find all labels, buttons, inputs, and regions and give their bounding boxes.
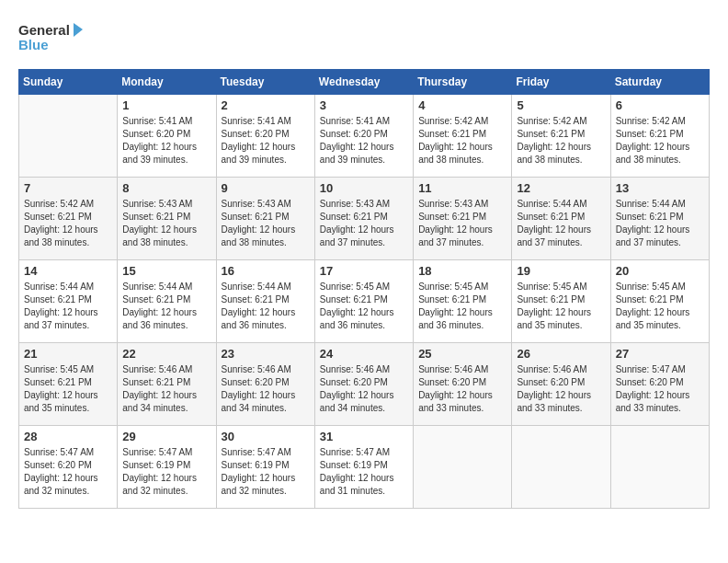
day-number: 8 xyxy=(122,181,210,195)
calendar-table: SundayMondayTuesdayWednesdayThursdayFrid… xyxy=(18,69,710,509)
day-info: Sunrise: 5:41 AMSunset: 6:20 PMDaylight:… xyxy=(222,115,310,167)
day-number: 5 xyxy=(517,98,605,112)
calendar-cell: 21Sunrise: 5:45 AMSunset: 6:21 PMDayligh… xyxy=(19,343,118,426)
calendar-week-row: 14Sunrise: 5:44 AMSunset: 6:21 PMDayligh… xyxy=(19,260,710,343)
day-info: Sunrise: 5:42 AMSunset: 6:21 PMDaylight:… xyxy=(517,115,605,167)
calendar-cell: 27Sunrise: 5:47 AMSunset: 6:20 PMDayligh… xyxy=(610,343,709,426)
svg-text:General: General xyxy=(18,22,70,38)
day-number: 13 xyxy=(616,181,704,195)
day-info: Sunrise: 5:46 AMSunset: 6:20 PMDaylight:… xyxy=(517,363,605,415)
day-info: Sunrise: 5:42 AMSunset: 6:21 PMDaylight:… xyxy=(616,115,704,167)
day-number: 3 xyxy=(320,98,408,112)
calendar-cell: 1Sunrise: 5:41 AMSunset: 6:20 PMDaylight… xyxy=(118,95,216,178)
calendar-cell: 11Sunrise: 5:43 AMSunset: 6:21 PMDayligh… xyxy=(414,178,512,260)
day-number: 18 xyxy=(418,264,506,278)
logo: General Blue xyxy=(18,18,83,60)
calendar-cell: 24Sunrise: 5:46 AMSunset: 6:20 PMDayligh… xyxy=(314,343,413,426)
calendar-cell: 31Sunrise: 5:47 AMSunset: 6:19 PMDayligh… xyxy=(314,426,413,509)
day-info: Sunrise: 5:47 AMSunset: 6:19 PMDaylight:… xyxy=(222,446,310,498)
day-number: 4 xyxy=(418,98,506,112)
day-header-monday: Monday xyxy=(118,70,216,95)
calendar-header-row: SundayMondayTuesdayWednesdayThursdayFrid… xyxy=(19,70,710,95)
day-info: Sunrise: 5:43 AMSunset: 6:21 PMDaylight:… xyxy=(418,198,506,249)
calendar-cell: 25Sunrise: 5:46 AMSunset: 6:20 PMDayligh… xyxy=(414,343,512,426)
day-number: 28 xyxy=(24,430,112,443)
day-info: Sunrise: 5:45 AMSunset: 6:21 PMDaylight:… xyxy=(320,281,408,332)
day-number: 30 xyxy=(222,430,310,443)
day-info: Sunrise: 5:45 AMSunset: 6:21 PMDaylight:… xyxy=(418,281,506,332)
day-info: Sunrise: 5:47 AMSunset: 6:19 PMDaylight:… xyxy=(320,446,408,498)
calendar-week-row: 7Sunrise: 5:42 AMSunset: 6:21 PMDaylight… xyxy=(19,178,710,260)
day-header-friday: Friday xyxy=(512,70,610,95)
calendar-week-row: 28Sunrise: 5:47 AMSunset: 6:20 PMDayligh… xyxy=(19,426,710,509)
day-header-wednesday: Wednesday xyxy=(314,70,413,95)
calendar-week-row: 21Sunrise: 5:45 AMSunset: 6:21 PMDayligh… xyxy=(19,343,710,426)
day-info: Sunrise: 5:41 AMSunset: 6:20 PMDaylight:… xyxy=(122,115,210,167)
day-info: Sunrise: 5:46 AMSunset: 6:21 PMDaylight:… xyxy=(122,363,210,415)
calendar-cell: 22Sunrise: 5:46 AMSunset: 6:21 PMDayligh… xyxy=(118,343,216,426)
day-number: 25 xyxy=(418,347,506,361)
calendar-cell xyxy=(512,426,610,509)
day-info: Sunrise: 5:44 AMSunset: 6:21 PMDaylight:… xyxy=(222,281,310,332)
calendar-week-row: 1Sunrise: 5:41 AMSunset: 6:20 PMDaylight… xyxy=(19,95,710,178)
day-info: Sunrise: 5:47 AMSunset: 6:20 PMDaylight:… xyxy=(24,446,112,498)
day-number: 14 xyxy=(24,264,112,278)
calendar-cell: 3Sunrise: 5:41 AMSunset: 6:20 PMDaylight… xyxy=(314,95,413,178)
calendar-cell: 2Sunrise: 5:41 AMSunset: 6:20 PMDaylight… xyxy=(216,95,314,178)
day-info: Sunrise: 5:46 AMSunset: 6:20 PMDaylight:… xyxy=(320,363,408,415)
general-blue-logo: General Blue xyxy=(18,18,83,60)
calendar-cell: 18Sunrise: 5:45 AMSunset: 6:21 PMDayligh… xyxy=(414,260,512,343)
calendar-cell: 12Sunrise: 5:44 AMSunset: 6:21 PMDayligh… xyxy=(512,178,610,260)
day-info: Sunrise: 5:43 AMSunset: 6:21 PMDaylight:… xyxy=(222,198,310,249)
day-number: 20 xyxy=(616,264,704,278)
day-number: 15 xyxy=(122,264,210,278)
calendar-cell: 16Sunrise: 5:44 AMSunset: 6:21 PMDayligh… xyxy=(216,260,314,343)
calendar-cell xyxy=(610,426,709,509)
day-info: Sunrise: 5:45 AMSunset: 6:21 PMDaylight:… xyxy=(24,363,112,415)
day-number: 2 xyxy=(222,98,310,112)
day-info: Sunrise: 5:46 AMSunset: 6:20 PMDaylight:… xyxy=(418,363,506,415)
day-header-saturday: Saturday xyxy=(610,70,709,95)
calendar-cell: 30Sunrise: 5:47 AMSunset: 6:19 PMDayligh… xyxy=(216,426,314,509)
calendar-cell: 9Sunrise: 5:43 AMSunset: 6:21 PMDaylight… xyxy=(216,178,314,260)
day-info: Sunrise: 5:45 AMSunset: 6:21 PMDaylight:… xyxy=(616,281,704,332)
day-number: 23 xyxy=(222,347,310,361)
day-number: 9 xyxy=(222,181,310,195)
day-info: Sunrise: 5:47 AMSunset: 6:20 PMDaylight:… xyxy=(616,363,704,415)
day-number: 16 xyxy=(222,264,310,278)
calendar-cell: 13Sunrise: 5:44 AMSunset: 6:21 PMDayligh… xyxy=(610,178,709,260)
calendar-cell: 6Sunrise: 5:42 AMSunset: 6:21 PMDaylight… xyxy=(610,95,709,178)
calendar-cell: 17Sunrise: 5:45 AMSunset: 6:21 PMDayligh… xyxy=(314,260,413,343)
day-info: Sunrise: 5:44 AMSunset: 6:21 PMDaylight:… xyxy=(517,198,605,249)
day-number: 7 xyxy=(24,181,112,195)
day-number: 24 xyxy=(320,347,408,361)
calendar-cell: 5Sunrise: 5:42 AMSunset: 6:21 PMDaylight… xyxy=(512,95,610,178)
day-number: 29 xyxy=(122,430,210,443)
day-number: 1 xyxy=(122,98,210,112)
calendar-cell: 10Sunrise: 5:43 AMSunset: 6:21 PMDayligh… xyxy=(314,178,413,260)
day-number: 19 xyxy=(517,264,605,278)
day-header-sunday: Sunday xyxy=(19,70,118,95)
calendar-cell: 26Sunrise: 5:46 AMSunset: 6:20 PMDayligh… xyxy=(512,343,610,426)
day-number: 17 xyxy=(320,264,408,278)
day-number: 27 xyxy=(616,347,704,361)
day-number: 10 xyxy=(320,181,408,195)
day-header-thursday: Thursday xyxy=(414,70,512,95)
day-number: 26 xyxy=(517,347,605,361)
day-number: 11 xyxy=(418,181,506,195)
day-info: Sunrise: 5:42 AMSunset: 6:21 PMDaylight:… xyxy=(24,198,112,249)
day-number: 31 xyxy=(320,430,408,443)
calendar-cell: 23Sunrise: 5:46 AMSunset: 6:20 PMDayligh… xyxy=(216,343,314,426)
calendar-cell: 7Sunrise: 5:42 AMSunset: 6:21 PMDaylight… xyxy=(19,178,118,260)
day-info: Sunrise: 5:46 AMSunset: 6:20 PMDaylight:… xyxy=(222,363,310,415)
calendar-cell: 8Sunrise: 5:43 AMSunset: 6:21 PMDaylight… xyxy=(118,178,216,260)
page-header: General Blue xyxy=(18,18,710,60)
day-number: 6 xyxy=(616,98,704,112)
calendar-cell xyxy=(19,95,118,178)
day-info: Sunrise: 5:44 AMSunset: 6:21 PMDaylight:… xyxy=(122,281,210,332)
calendar-cell: 28Sunrise: 5:47 AMSunset: 6:20 PMDayligh… xyxy=(19,426,118,509)
calendar-cell: 19Sunrise: 5:45 AMSunset: 6:21 PMDayligh… xyxy=(512,260,610,343)
calendar-cell: 20Sunrise: 5:45 AMSunset: 6:21 PMDayligh… xyxy=(610,260,709,343)
day-info: Sunrise: 5:47 AMSunset: 6:19 PMDaylight:… xyxy=(122,446,210,498)
day-header-tuesday: Tuesday xyxy=(216,70,314,95)
